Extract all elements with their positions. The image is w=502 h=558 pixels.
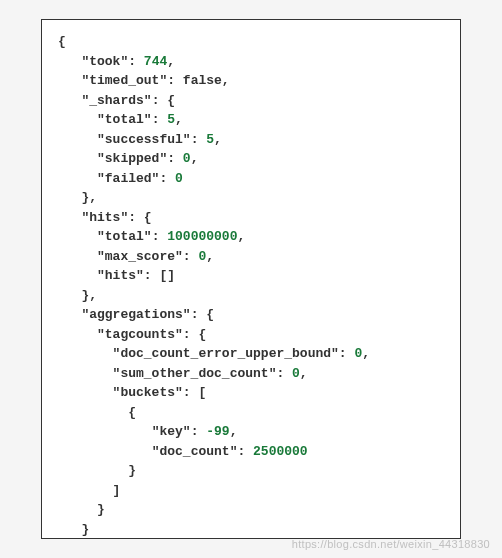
hits-total: 100000000 xyxy=(167,229,237,244)
watermark-text: https://blog.csdn.net/weixin_44318830 xyxy=(292,538,490,550)
shards-skipped: 0 xyxy=(183,151,191,166)
shards-failed: 0 xyxy=(175,171,183,186)
bucket-key: -99 xyxy=(206,424,229,439)
took-value: 744 xyxy=(144,54,167,69)
hits-max-score: 0 xyxy=(198,249,206,264)
code-box: { "took": 744, "timed_out": false, "_sha… xyxy=(41,19,461,539)
json-output: { "took": 744, "timed_out": false, "_sha… xyxy=(58,32,444,539)
shards-successful: 5 xyxy=(206,132,214,147)
hits-array: [] xyxy=(159,268,175,283)
timed-out-value: false xyxy=(183,73,222,88)
agg-sum-other: 0 xyxy=(292,366,300,381)
agg-error-bound: 0 xyxy=(354,346,362,361)
shards-total: 5 xyxy=(167,112,175,127)
bucket-doc-count: 2500000 xyxy=(253,444,308,459)
